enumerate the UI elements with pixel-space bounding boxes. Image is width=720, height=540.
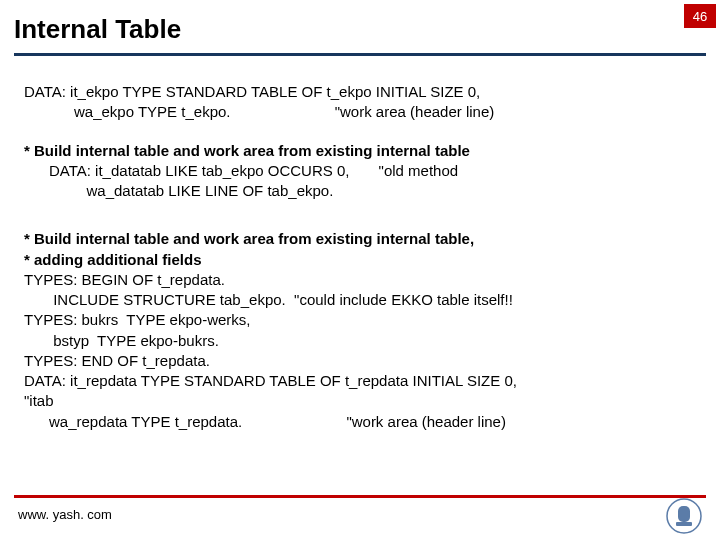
code-line: TYPES: END OF t_repdata. — [24, 351, 696, 371]
code-line: bstyp TYPE ekpo-bukrs. — [24, 331, 696, 351]
yash-logo-icon — [666, 498, 702, 534]
footer-divider — [14, 495, 706, 498]
footer-url: www. yash. com — [18, 507, 112, 522]
code-line: "itab — [24, 391, 696, 411]
page-title: Internal Table — [14, 14, 706, 45]
spacer — [24, 201, 696, 219]
section-heading: * adding additional fields — [24, 250, 696, 270]
svg-rect-1 — [678, 506, 690, 522]
code-line: wa_repdata TYPE t_repdata. "work area (h… — [24, 412, 696, 432]
spacer — [24, 219, 696, 229]
code-line: DATA: it_ekpo TYPE STANDARD TABLE OF t_e… — [24, 82, 696, 102]
svg-rect-2 — [676, 522, 692, 526]
section-heading: * Build internal table and work area fro… — [24, 141, 696, 161]
title-block: Internal Table — [14, 14, 706, 56]
code-line: TYPES: BEGIN OF t_repdata. — [24, 270, 696, 290]
code-line: DATA: it_datatab LIKE tab_ekpo OCCURS 0,… — [24, 161, 696, 181]
section-heading: * Build internal table and work area fro… — [24, 229, 696, 249]
slide-body: DATA: it_ekpo TYPE STANDARD TABLE OF t_e… — [0, 56, 720, 432]
code-line: DATA: it_repdata TYPE STANDARD TABLE OF … — [24, 371, 696, 391]
code-line: TYPES: bukrs TYPE ekpo-werks, — [24, 310, 696, 330]
code-line: wa_datatab LIKE LINE OF tab_ekpo. — [24, 181, 696, 201]
spacer — [24, 123, 696, 141]
code-line: INCLUDE STRUCTURE tab_ekpo. "could inclu… — [24, 290, 696, 310]
code-line: wa_ekpo TYPE t_ekpo. "work area (header … — [24, 102, 696, 122]
page-number-badge: 46 — [684, 4, 716, 28]
